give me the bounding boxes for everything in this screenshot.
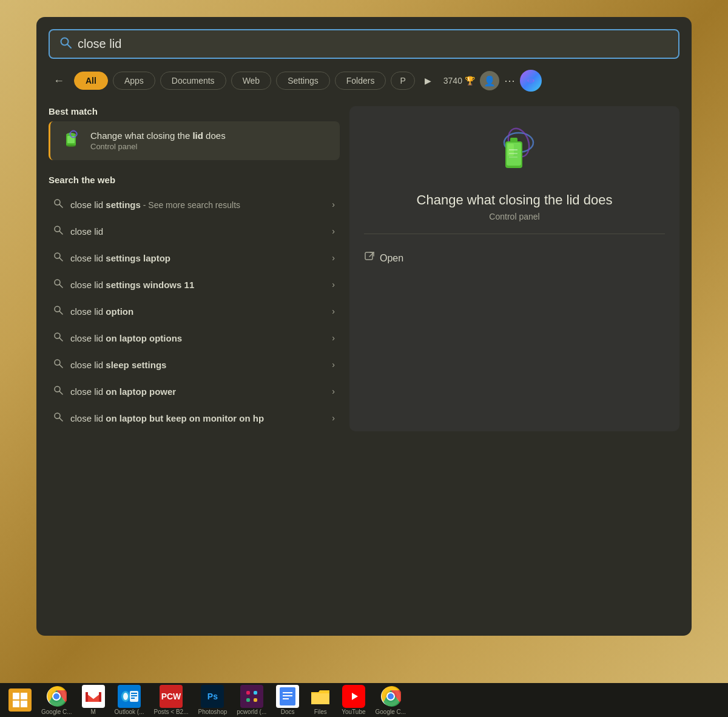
taskbar-files[interactable]: Files xyxy=(305,682,335,717)
svg-rect-37 xyxy=(13,693,19,699)
taskbar-chrome2-label: Google C... xyxy=(376,709,406,715)
taskbar-slack[interactable]: pcworld (... xyxy=(233,682,270,717)
best-match-text: Change what closing the lid does Control… xyxy=(90,130,226,151)
web-item-9[interactable]: close lid on laptop but keep on monitor … xyxy=(49,405,340,431)
web-item-text-7: close lid sleep settings xyxy=(70,360,332,370)
taskbar-files-label: Files xyxy=(314,709,327,715)
taskbar-pcw[interactable]: PCW Posts < B2... xyxy=(150,682,192,717)
svg-rect-58 xyxy=(254,698,257,702)
open-button[interactable]: Open xyxy=(364,246,403,270)
taskbar-outlook[interactable]: Outlook (... xyxy=(111,682,148,717)
open-label: Open xyxy=(380,253,403,264)
svg-rect-60 xyxy=(283,692,292,693)
windows-icon xyxy=(8,688,32,712)
tab-settings[interactable]: Settings xyxy=(276,72,330,90)
score-icon: 🏆 xyxy=(465,76,475,86)
svg-line-23 xyxy=(59,391,62,394)
web-item-1[interactable]: close lid settings - See more search res… xyxy=(49,191,340,218)
best-match-label: Best match xyxy=(49,106,340,116)
ps-icon: Ps xyxy=(201,685,224,708)
search-icon-7 xyxy=(53,358,63,371)
content-area: Best match xyxy=(49,106,679,431)
taskbar-youtube[interactable]: YouTube xyxy=(338,682,369,717)
web-item-text-9: close lid on laptop but keep on monitor … xyxy=(70,413,332,423)
tab-web[interactable]: Web xyxy=(231,72,272,90)
best-match-icon xyxy=(59,129,83,153)
play-button[interactable]: ▶ xyxy=(420,73,436,88)
taskbar-chrome2[interactable]: Google C... xyxy=(372,682,410,717)
chevron-icon-5: › xyxy=(332,306,335,316)
right-panel-title: Change what closing the lid does xyxy=(417,192,613,208)
taskbar-outlook-label: Outlook (... xyxy=(115,709,144,715)
svg-line-13 xyxy=(59,258,62,261)
search-icon-4 xyxy=(53,278,63,291)
search-icon-8 xyxy=(53,385,63,397)
filter-tabs: ← All Apps Documents Web Settings Folder… xyxy=(49,70,679,92)
desktop: ← All Apps Documents Web Settings Folder… xyxy=(0,0,728,717)
back-button[interactable]: ← xyxy=(49,72,69,90)
svg-rect-40 xyxy=(21,701,27,707)
web-item-5[interactable]: close lid option › xyxy=(49,298,340,325)
taskbar-youtube-label: YouTube xyxy=(342,709,365,715)
tab-all[interactable]: All xyxy=(74,72,108,90)
svg-rect-61 xyxy=(283,695,292,696)
avatar[interactable]: 👤 xyxy=(480,71,499,90)
svg-point-5 xyxy=(66,144,76,147)
more-button[interactable]: ⋯ xyxy=(504,74,515,87)
chrome-icon-2 xyxy=(379,685,402,708)
chevron-icon-9: › xyxy=(332,413,335,423)
taskbar-slack-label: pcworld (... xyxy=(237,709,266,715)
right-panel-divider xyxy=(364,234,665,234)
web-item-3[interactable]: close lid settings laptop › xyxy=(49,244,340,271)
copilot-icon[interactable] xyxy=(520,70,542,92)
svg-rect-47 xyxy=(99,692,101,702)
taskbar-ps[interactable]: Ps Photoshop xyxy=(194,682,231,717)
svg-line-25 xyxy=(59,418,62,421)
taskbar: Google C... M xyxy=(0,683,728,717)
search-bar[interactable] xyxy=(49,29,679,59)
web-item-7[interactable]: close lid sleep settings › xyxy=(49,351,340,378)
chevron-icon-7: › xyxy=(332,360,335,369)
chrome-icon-1 xyxy=(45,685,68,708)
svg-rect-50 xyxy=(131,693,137,694)
files-icon xyxy=(309,685,332,708)
search-input[interactable] xyxy=(78,37,669,51)
outlook-icon xyxy=(118,685,141,708)
search-icon-1 xyxy=(53,198,63,210)
web-item-2[interactable]: close lid › xyxy=(49,218,340,244)
slack-icon xyxy=(240,685,263,708)
svg-rect-52 xyxy=(131,698,135,699)
svg-line-17 xyxy=(59,311,62,314)
pcw-icon: PCW xyxy=(160,685,183,708)
tab-apps[interactable]: Apps xyxy=(113,72,155,90)
svg-rect-57 xyxy=(246,698,250,702)
chevron-icon-8: › xyxy=(332,386,335,396)
taskbar-ps-label: Photoshop xyxy=(198,709,227,715)
tab-p[interactable]: P xyxy=(391,72,414,90)
right-panel-icon xyxy=(487,124,542,181)
web-item-6[interactable]: close lid on laptop options › xyxy=(49,325,340,351)
svg-line-9 xyxy=(59,204,62,207)
right-panel: Change what closing the lid does Control… xyxy=(349,106,679,431)
search-icon-5 xyxy=(53,305,63,317)
chevron-icon-4: › xyxy=(332,280,335,289)
search-window: ← All Apps Documents Web Settings Folder… xyxy=(36,17,692,636)
taskbar-gmail-label: M xyxy=(90,709,95,715)
web-item-8[interactable]: close lid on laptop power › xyxy=(49,378,340,405)
svg-rect-46 xyxy=(86,692,88,702)
search-icon-6 xyxy=(53,332,63,344)
web-item-text-3: close lid settings laptop xyxy=(70,253,332,263)
left-panel: Best match xyxy=(49,106,340,431)
taskbar-windows[interactable] xyxy=(5,686,35,714)
tab-documents[interactable]: Documents xyxy=(160,72,226,90)
taskbar-gmail[interactable]: M xyxy=(78,682,109,717)
web-section-label: Search the web xyxy=(49,175,340,185)
svg-rect-39 xyxy=(13,701,19,707)
svg-line-19 xyxy=(59,338,62,341)
web-item-4[interactable]: close lid settings windows 11 › xyxy=(49,271,340,298)
best-match-item[interactable]: Change what closing the lid does Control… xyxy=(49,121,340,160)
tab-folders[interactable]: Folders xyxy=(335,72,386,90)
taskbar-chrome1[interactable]: Google C... xyxy=(38,682,76,717)
gmail-icon xyxy=(82,685,105,708)
taskbar-docs[interactable]: Docs xyxy=(272,682,303,717)
